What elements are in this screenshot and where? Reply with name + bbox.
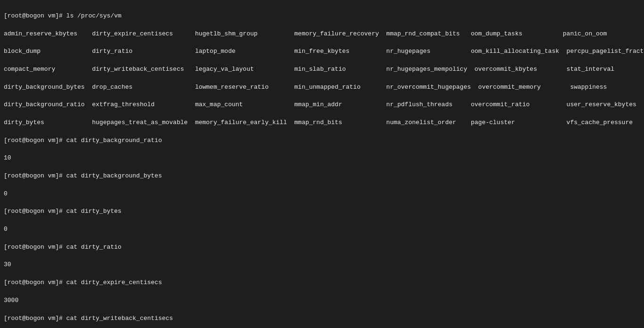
line-ratio-val: 30 — [4, 261, 640, 269]
line-col5: dirty_background_ratio extfrag_threshold… — [4, 101, 640, 109]
line-cat-expire-cmd: [root@bogon vm]# cat dirty_expire_centis… — [4, 278, 640, 287]
line-cat-bg-bytes-cmd: [root@bogon vm]# cat dirty_background_by… — [4, 172, 640, 181]
line-col1: admin_reserve_kbytes dirty_expire_centis… — [4, 30, 640, 39]
line-col2: block_dump dirty_ratio laptop_mode min_f… — [4, 47, 640, 56]
line-cat-writeback-cmd: [root@bogon vm]# cat dirty_writeback_cen… — [4, 314, 640, 323]
line-bytes-val: 0 — [4, 225, 640, 234]
line-cat-bytes-cmd: [root@bogon vm]# cat dirty_bytes — [4, 207, 640, 216]
line-bg-bytes-val: 0 — [4, 190, 640, 199]
line-bg-ratio-val: 10 — [4, 154, 640, 163]
line-cat-bg-ratio-cmd: [root@bogon vm]# cat dirty_background_ra… — [4, 136, 640, 145]
line-cat-ratio-cmd: [root@bogon vm]# cat dirty_ratio — [4, 243, 640, 252]
terminal-output: [root@bogon vm]# ls /proc/sys/vm admin_r… — [4, 3, 640, 328]
line-ls-command: [root@bogon vm]# ls /proc/sys/vm — [4, 12, 640, 21]
line-col3: compact_memory dirty_writeback_centisecs… — [4, 65, 640, 74]
line-col4: dirty_background_bytes drop_caches lowme… — [4, 83, 640, 92]
line-col6: dirty_bytes hugepages_treat_as_movable m… — [4, 118, 640, 127]
line-expire-val: 3000 — [4, 296, 640, 305]
